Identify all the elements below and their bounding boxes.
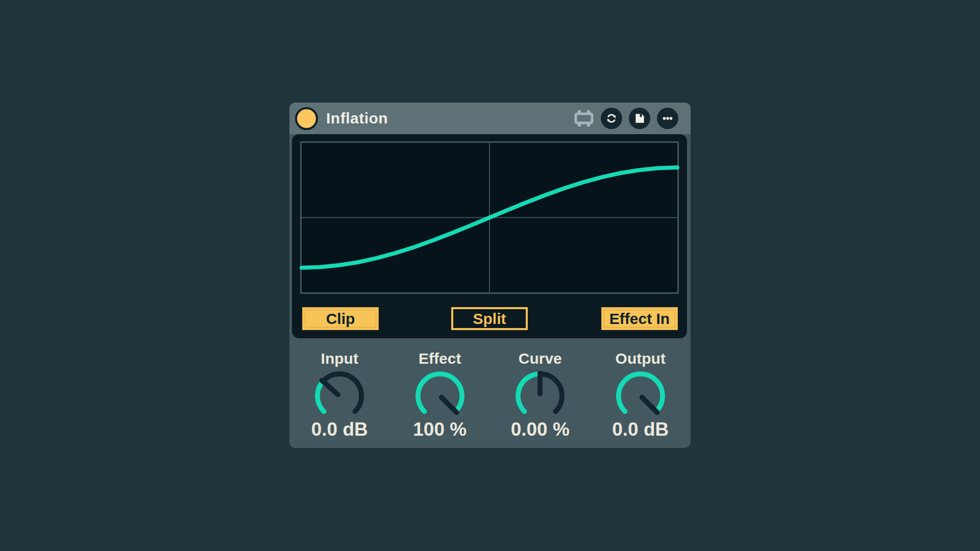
save-icon — [633, 112, 646, 125]
desktop-background: Inflation — [0, 0, 980, 551]
knob-col-curve: Curve 0.00 % — [490, 338, 591, 448]
curve-knob-label: Curve — [490, 350, 591, 367]
split-button[interactable]: Split — [451, 307, 528, 330]
split-button-label: Split — [473, 310, 506, 328]
inflation-device: Inflation — [289, 103, 691, 448]
clip-button-label: Clip — [326, 310, 355, 328]
transfer-curve-display: Clip Split Effect In — [292, 134, 687, 338]
knob-col-input: Input 0.0 dB — [289, 338, 390, 448]
transfer-curve-svg — [302, 143, 677, 292]
knob-col-effect: Effect 100 % — [390, 338, 491, 448]
header-icon-group — [574, 108, 678, 129]
transfer-curve-graph — [300, 141, 679, 294]
more-button[interactable] — [657, 108, 678, 129]
knob-col-output: Output 0.0 dB — [591, 338, 691, 448]
knob-section: Input 0.0 dB Effect 100 % Curve 0.00 % O… — [289, 338, 691, 448]
device-title: Inflation — [326, 110, 388, 127]
clip-button[interactable]: Clip — [302, 307, 379, 330]
effect-knob-label: Effect — [390, 350, 491, 367]
device-header: Inflation — [289, 103, 691, 134]
more-icon — [661, 112, 674, 125]
curve-knob-value[interactable]: 0.00 % — [490, 419, 591, 440]
output-knob-label: Output — [591, 350, 691, 367]
hot-swap-button[interactable] — [601, 108, 622, 129]
m4l-device-icon — [574, 109, 594, 128]
effect-knob-value[interactable]: 100 % — [390, 419, 491, 440]
output-knob-value[interactable]: 0.0 dB — [591, 419, 691, 440]
output-knob[interactable] — [616, 371, 666, 421]
effect-knob[interactable] — [415, 371, 465, 421]
effect-in-button[interactable]: Effect In — [601, 307, 678, 330]
curve-knob[interactable] — [515, 371, 565, 421]
device-on-toggle[interactable] — [295, 107, 318, 130]
save-button[interactable] — [629, 108, 650, 129]
input-knob[interactable] — [314, 371, 364, 421]
input-knob-label: Input — [289, 350, 390, 367]
input-knob-value[interactable]: 0.0 dB — [289, 419, 390, 440]
effect-in-button-label: Effect In — [609, 310, 670, 328]
hot-swap-icon — [605, 112, 618, 125]
